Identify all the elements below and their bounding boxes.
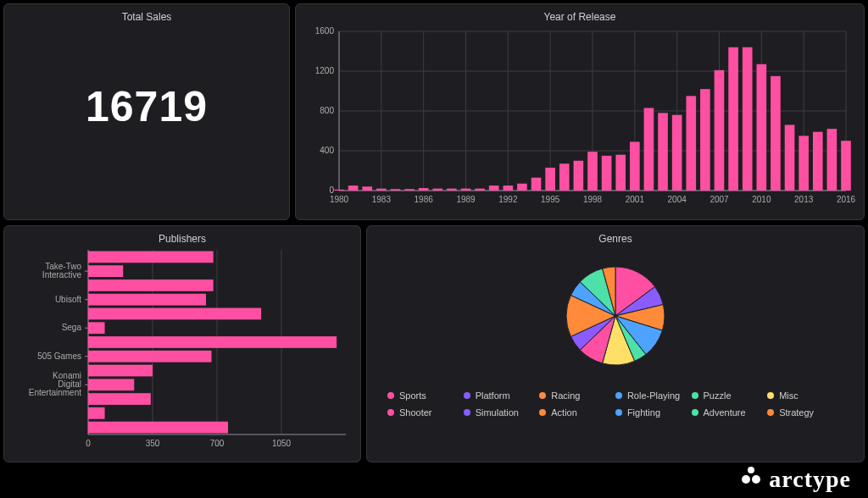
svg-text:0: 0 <box>86 439 91 448</box>
svg-text:1995: 1995 <box>541 195 560 204</box>
svg-rect-69 <box>771 76 781 191</box>
svg-rect-40 <box>362 186 372 191</box>
svg-rect-88 <box>88 294 206 306</box>
legend-item[interactable]: Sports <box>387 387 464 404</box>
svg-text:1992: 1992 <box>498 195 518 204</box>
legend-item[interactable]: Misc <box>767 387 843 404</box>
legend-item[interactable]: Role-Playing <box>615 387 692 404</box>
svg-rect-97 <box>88 422 228 434</box>
svg-rect-73 <box>827 129 837 191</box>
svg-text:0: 0 <box>329 185 334 195</box>
svg-rect-51 <box>517 184 527 191</box>
legend-dot-icon <box>387 392 394 399</box>
svg-rect-95 <box>88 393 151 405</box>
legend-dot-icon <box>464 409 470 416</box>
svg-rect-85 <box>88 252 214 263</box>
legend-item[interactable]: Racing <box>539 387 615 404</box>
svg-text:Interactive: Interactive <box>42 270 82 279</box>
svg-rect-72 <box>813 132 823 191</box>
svg-rect-59 <box>630 141 640 191</box>
svg-rect-41 <box>376 189 387 191</box>
card-total-sales: Total Sales 16719 <box>3 3 290 220</box>
svg-rect-42 <box>391 189 401 191</box>
legend-item[interactable]: Action <box>539 404 615 421</box>
svg-point-111 <box>748 467 754 473</box>
svg-rect-55 <box>574 161 584 191</box>
legend-dot-icon <box>767 392 774 399</box>
svg-rect-48 <box>475 189 485 191</box>
svg-rect-61 <box>658 113 668 191</box>
card-title: Genres <box>367 233 864 245</box>
legend-dot-icon <box>615 392 622 399</box>
svg-text:350: 350 <box>146 439 160 448</box>
dashboard: Total Sales 16719 Year of Release 040080… <box>0 0 868 498</box>
svg-text:1986: 1986 <box>415 195 434 204</box>
legend-item[interactable]: Shooter <box>387 404 464 421</box>
svg-rect-90 <box>88 322 105 334</box>
svg-text:Ubisoft: Ubisoft <box>55 295 81 304</box>
legend-item[interactable]: Fighting <box>615 404 692 421</box>
svg-text:2013: 2013 <box>794 195 814 204</box>
svg-rect-58 <box>615 155 626 191</box>
legend-item[interactable]: Puzzle <box>692 387 768 404</box>
svg-rect-43 <box>404 189 415 191</box>
svg-rect-38 <box>334 190 344 191</box>
svg-rect-57 <box>602 156 612 191</box>
card-title: Total Sales <box>4 11 289 23</box>
card-publishers: Publishers 03507001050Take-TwoInteractiv… <box>3 225 361 462</box>
svg-text:700: 700 <box>210 439 225 448</box>
svg-rect-47 <box>461 189 471 191</box>
svg-rect-91 <box>88 336 337 348</box>
svg-text:2010: 2010 <box>752 195 771 204</box>
legend-label: Action <box>551 407 577 418</box>
svg-text:1980: 1980 <box>330 195 349 204</box>
svg-text:2007: 2007 <box>709 195 729 204</box>
legend-label: Role-Playing <box>627 390 680 401</box>
svg-rect-71 <box>798 136 809 191</box>
legend-dot-icon <box>539 409 546 416</box>
svg-text:2016: 2016 <box>837 195 856 204</box>
svg-text:1600: 1600 <box>315 26 335 36</box>
legend-item[interactable]: Adventure <box>692 404 768 421</box>
legend-label: Racing <box>551 390 580 401</box>
legend-dot-icon <box>692 409 698 416</box>
legend-item[interactable]: Platform <box>464 387 540 404</box>
svg-rect-94 <box>88 379 134 390</box>
publishers-bar-chart: 03507001050Take-TwoInteractiveUbisoftSeg… <box>7 245 358 451</box>
total-sales-value: 16719 <box>4 82 289 131</box>
card-year-of-release: Year of Release 040080012001600198019831… <box>295 3 865 220</box>
svg-rect-68 <box>757 64 767 191</box>
legend-dot-icon <box>387 409 394 416</box>
svg-rect-64 <box>700 89 710 191</box>
svg-text:505 Games: 505 Games <box>37 351 81 361</box>
card-title: Year of Release <box>296 11 864 23</box>
svg-rect-54 <box>559 163 570 191</box>
legend-label: Shooter <box>399 407 432 418</box>
legend-dot-icon <box>767 409 774 416</box>
svg-rect-66 <box>728 47 738 191</box>
legend-label: Strategy <box>779 407 814 418</box>
svg-rect-67 <box>743 47 753 191</box>
card-genres: Genres SportsPlatformRacingRole-PlayingP… <box>366 225 865 462</box>
svg-rect-70 <box>785 125 795 191</box>
brand-icon <box>740 465 762 493</box>
legend-item[interactable]: Strategy <box>767 404 843 421</box>
svg-rect-87 <box>88 279 214 291</box>
legend-label: Adventure <box>704 407 746 418</box>
svg-rect-93 <box>88 365 153 377</box>
legend-dot-icon <box>464 392 470 399</box>
svg-rect-65 <box>715 70 725 191</box>
svg-text:1983: 1983 <box>372 195 392 204</box>
svg-text:2001: 2001 <box>626 195 645 204</box>
legend-dot-icon <box>615 409 622 416</box>
svg-rect-39 <box>348 185 359 191</box>
svg-text:1050: 1050 <box>272 439 292 448</box>
legend-label: Fighting <box>627 407 660 418</box>
card-title: Publishers <box>4 233 360 245</box>
svg-rect-74 <box>841 141 851 191</box>
svg-text:1998: 1998 <box>583 195 603 204</box>
svg-rect-63 <box>686 96 696 191</box>
svg-text:400: 400 <box>320 146 334 155</box>
legend-item[interactable]: Simulation <box>464 404 540 421</box>
brand-text: arctype <box>769 466 851 493</box>
